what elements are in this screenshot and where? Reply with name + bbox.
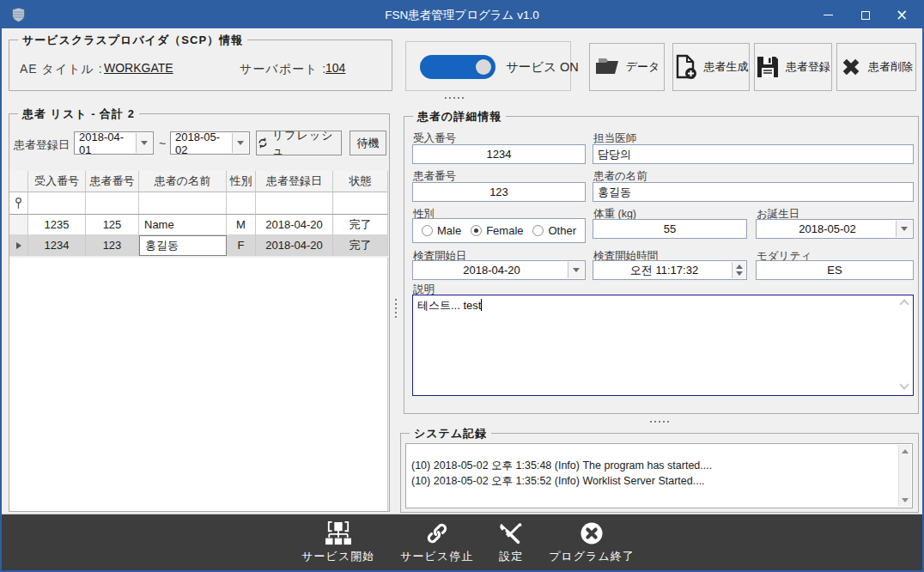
create-patient-label: 患者生成 xyxy=(704,59,749,75)
radio-icon xyxy=(532,225,544,236)
program-exit-label: プログラム終了 xyxy=(549,549,635,564)
standby-button[interactable]: 待機 xyxy=(350,131,386,155)
date-to-dropdown-button[interactable] xyxy=(232,133,248,153)
data-button[interactable]: データ xyxy=(589,43,665,91)
minimize-icon xyxy=(824,15,833,16)
refresh-button[interactable]: リフレッシュ xyxy=(256,131,342,155)
radio-other[interactable]: Other xyxy=(532,224,576,237)
bottom-action-bar: サービス開始 サービス停止 設定 xyxy=(2,514,922,570)
time-spin-buttons[interactable] xyxy=(732,262,745,278)
birthday-dropdown-button[interactable] xyxy=(896,221,912,237)
minimize-button[interactable] xyxy=(809,2,847,28)
server-port-label: サーバポート : xyxy=(240,62,326,77)
study-date-dropdown-button[interactable] xyxy=(568,262,584,278)
file-plus-icon xyxy=(674,54,698,80)
service-start-button[interactable]: サービス開始 xyxy=(301,521,374,564)
study-time-spinner[interactable]: 오전 11:17:32 xyxy=(593,260,747,280)
date-to-value: 2018-05-02 xyxy=(175,131,230,156)
patient-id-field[interactable]: 123 xyxy=(412,182,586,202)
standby-button-label: 待機 xyxy=(357,136,380,151)
date-from-picker[interactable]: 2018-04-01 xyxy=(74,131,154,155)
service-stop-button[interactable]: サービス停止 xyxy=(400,521,473,564)
refresh-button-label: リフレッシュ xyxy=(272,128,341,159)
delete-patient-button[interactable]: 患者削除 xyxy=(836,43,916,91)
scrollbar-up-icon[interactable] xyxy=(902,449,909,453)
chevron-down-icon xyxy=(573,268,580,272)
date-from-dropdown-button[interactable] xyxy=(136,133,152,153)
patient-name-field[interactable]: 홍길동 xyxy=(593,182,914,202)
exit-x-circle-icon xyxy=(580,521,604,545)
date-to-picker[interactable]: 2018-05-02 xyxy=(170,131,250,155)
date-range-tilde: ~ xyxy=(159,137,166,150)
program-exit-button[interactable]: プログラム終了 xyxy=(549,521,635,564)
data-button-label: データ xyxy=(626,59,660,75)
details-log-splitter-grip[interactable] xyxy=(650,421,669,423)
title-bar: FSN患者管理プログラム v1.0 × xyxy=(2,2,922,28)
maximize-icon xyxy=(861,11,870,20)
radio-icon xyxy=(422,225,433,236)
description-textarea[interactable]: 테스트... test xyxy=(412,295,914,396)
sex-radio-group: Male Female Other xyxy=(412,218,586,243)
link-icon xyxy=(425,521,449,545)
modality-field[interactable]: ES xyxy=(756,260,914,280)
tools-icon xyxy=(499,521,523,545)
radio-male[interactable]: Male xyxy=(422,224,461,237)
vertical-splitter-grip[interactable] xyxy=(395,299,397,318)
col-patient-name[interactable]: 患者の名前 xyxy=(139,171,227,192)
window-title: FSN患者管理プログラム v1.0 xyxy=(2,8,922,23)
accession-field[interactable]: 1234 xyxy=(412,144,586,164)
grid-indicator-header xyxy=(9,171,28,192)
birthday-picker[interactable]: 2018-05-02 xyxy=(756,219,914,239)
chevron-down-icon xyxy=(237,141,244,145)
scroll-up-icon[interactable] xyxy=(899,299,909,308)
register-patient-label: 患者登録 xyxy=(786,59,830,75)
system-log-title: システム記録 xyxy=(410,426,491,441)
register-patient-button[interactable]: 患者登録 xyxy=(754,43,832,91)
weight-field[interactable]: 55 xyxy=(593,219,747,239)
app-window: FSN患者管理プログラム v1.0 × サービスクラスプロバイダ（SCP）情報 … xyxy=(0,0,924,572)
col-accession[interactable]: 受入番号 xyxy=(28,171,86,192)
delete-patient-label: 患者削除 xyxy=(868,59,913,75)
physician-field[interactable]: 담당의 xyxy=(593,144,914,164)
service-start-label: サービス開始 xyxy=(301,549,374,564)
service-stop-label: サービス停止 xyxy=(400,549,473,564)
scp-info-group: サービスクラスプロバイダ（SCP）情報 AE タイトル : WORKGATE サ… xyxy=(9,40,392,91)
server-port-link[interactable]: 104 xyxy=(325,61,345,75)
scp-group-title: サービスクラスプロバイダ（SCP）情報 xyxy=(18,33,247,48)
spin-down-icon xyxy=(736,271,743,276)
log-scrollbar[interactable] xyxy=(898,445,911,507)
col-patient-id[interactable]: 患者番号 xyxy=(86,171,139,192)
grid-header-row: 受入番号 患者番号 患者の名前 性別 患者登録日 状態 xyxy=(9,171,388,192)
maximize-button[interactable] xyxy=(847,2,884,28)
grid-filter-row[interactable] xyxy=(9,192,388,215)
refresh-icon xyxy=(257,137,269,149)
service-toggle-label: サービス ON xyxy=(506,59,579,76)
study-date-picker[interactable]: 2018-04-20 xyxy=(412,260,586,280)
col-status[interactable]: 状態 xyxy=(333,171,388,192)
row-focus-arrow-icon xyxy=(16,242,21,249)
folder-icon xyxy=(594,56,620,78)
name-edit-cell[interactable]: 홍길동 xyxy=(139,235,227,256)
create-patient-button[interactable]: 患者生成 xyxy=(672,43,750,91)
scrollbar-down-icon[interactable] xyxy=(902,498,909,502)
chevron-down-icon xyxy=(901,227,908,231)
grid-empty-area xyxy=(9,258,388,511)
col-reg-date[interactable]: 患者登録日 xyxy=(256,171,333,192)
radio-female[interactable]: Female xyxy=(471,224,523,237)
patient-grid: 受入番号 患者番号 患者の名前 性別 患者登録日 状態 1235 125 Nam… xyxy=(9,171,388,256)
patient-list-title: 患者 リスト - 合計 2 xyxy=(18,106,139,122)
save-floppy-icon xyxy=(756,55,780,79)
settings-button[interactable]: 設定 xyxy=(499,521,523,564)
settings-label: 設定 xyxy=(499,549,523,564)
service-toggle[interactable] xyxy=(420,55,495,79)
table-row-selected[interactable]: 1234 123 홍길동 F 2018-04-20 完了 xyxy=(9,235,388,256)
ae-title-link[interactable]: WORKGATE xyxy=(104,61,173,75)
patient-details-title: 患者の詳細情報 xyxy=(413,109,506,125)
scroll-down-icon[interactable] xyxy=(899,380,909,389)
horizontal-splitter-grip[interactable] xyxy=(445,97,464,99)
reg-date-filter-label: 患者登録日 xyxy=(14,137,70,153)
close-button[interactable]: × xyxy=(883,2,921,28)
table-row[interactable]: 1235 125 Name M 2018-04-20 完了 xyxy=(9,215,388,235)
col-sex[interactable]: 性別 xyxy=(227,171,256,192)
service-toggle-panel: サービス ON xyxy=(405,41,571,91)
